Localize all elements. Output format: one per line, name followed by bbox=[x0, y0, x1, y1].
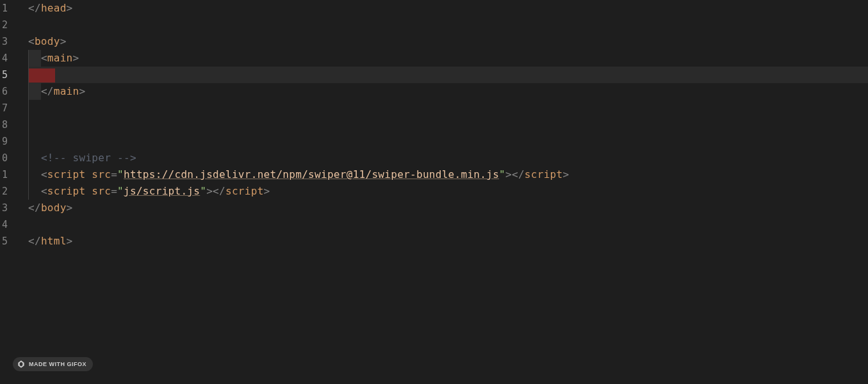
line-number: 5 bbox=[0, 67, 9, 83]
line-number: 6 bbox=[0, 83, 9, 100]
code-line[interactable]: </body> bbox=[28, 200, 868, 216]
code-line[interactable]: </head> bbox=[28, 0, 868, 17]
line-number: 2 bbox=[0, 17, 9, 33]
line-number: 3 bbox=[0, 33, 9, 50]
code-line[interactable] bbox=[28, 133, 868, 150]
line-number: 4 bbox=[0, 216, 9, 233]
code-line[interactable] bbox=[28, 216, 868, 233]
code-line[interactable]: <script src="js/script.js"></script> bbox=[28, 183, 868, 200]
code-editor[interactable]: 1 2 3 4 5 6 7 8 9 0 1 2 3 4 5 </head> <b… bbox=[0, 0, 868, 384]
code-line-active[interactable] bbox=[28, 67, 868, 83]
code-line[interactable] bbox=[28, 116, 868, 133]
code-line[interactable]: <main> bbox=[28, 50, 868, 67]
line-number: 0 bbox=[0, 150, 9, 166]
line-number: 5 bbox=[0, 233, 9, 250]
code-line[interactable]: <!-- swiper --> bbox=[28, 150, 868, 166]
line-number: 9 bbox=[0, 133, 9, 150]
code-line[interactable] bbox=[28, 17, 868, 33]
code-line[interactable] bbox=[28, 100, 868, 116]
gifox-watermark: MADE WITH GIFOX bbox=[13, 357, 93, 371]
watermark-text: MADE WITH GIFOX bbox=[29, 361, 86, 367]
line-number: 8 bbox=[0, 116, 9, 133]
cursor bbox=[28, 68, 55, 83]
code-line[interactable]: </main> bbox=[28, 83, 868, 100]
line-number: 3 bbox=[0, 200, 9, 216]
code-line[interactable]: </html> bbox=[28, 233, 868, 250]
code-line[interactable]: <script src="https://cdn.jsdelivr.net/np… bbox=[28, 166, 868, 183]
code-content[interactable]: </head> <body> <main> </main> <!-- swipe… bbox=[9, 0, 868, 384]
line-number: 1 bbox=[0, 166, 9, 183]
line-number: 2 bbox=[0, 183, 9, 200]
line-number-gutter: 1 2 3 4 5 6 7 8 9 0 1 2 3 4 5 bbox=[0, 0, 9, 384]
line-number: 4 bbox=[0, 50, 9, 67]
line-number: 1 bbox=[0, 0, 9, 17]
line-number: 7 bbox=[0, 100, 9, 116]
code-line[interactable]: <body> bbox=[28, 33, 868, 50]
gifox-logo-icon bbox=[17, 360, 26, 369]
